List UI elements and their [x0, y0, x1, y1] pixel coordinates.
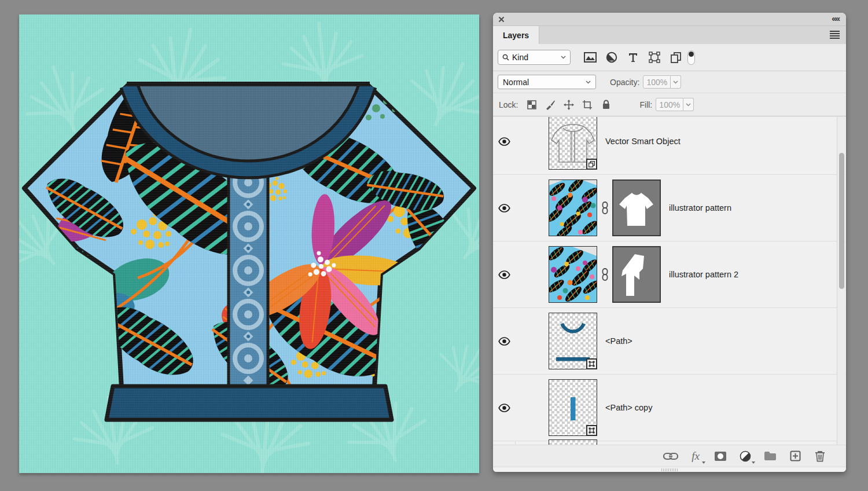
lock-transparency-icon[interactable] — [526, 98, 538, 112]
shape-layer-badge — [586, 425, 597, 436]
layer-thumbnail[interactable] — [549, 117, 597, 170]
layer-name[interactable]: illustrator pattern 2 — [669, 270, 738, 279]
fill-label: Fill: — [639, 100, 652, 109]
tab-layers-label: Layers — [503, 31, 529, 40]
smart-object-badge — [586, 159, 597, 170]
type-layers-filter-icon[interactable] — [626, 50, 640, 64]
panel-titlebar[interactable]: «« — [493, 13, 846, 26]
visibility-eye-icon[interactable] — [493, 204, 515, 212]
opacity-dropdown[interactable] — [671, 75, 681, 89]
lock-pixels-icon[interactable] — [545, 98, 556, 112]
close-icon[interactable] — [498, 16, 505, 23]
lock-artboard-icon[interactable] — [582, 98, 593, 112]
lock-position-icon[interactable] — [563, 98, 575, 112]
filter-row: Kind — [493, 44, 846, 71]
visibility-eye-icon[interactable] — [493, 137, 515, 146]
chevron-down-icon — [686, 103, 691, 107]
scrollbar-track[interactable] — [837, 117, 845, 445]
panel-menu-icon[interactable] — [830, 31, 840, 40]
layer-style-fx-icon[interactable]: fx — [688, 449, 703, 464]
layer-row-vector-smart-object[interactable]: Vector Smart Object — [493, 117, 846, 175]
layer-mask-thumbnail[interactable] — [612, 246, 661, 303]
layer-name[interactable]: illustrator pattern — [669, 203, 731, 212]
visibility-eye-icon[interactable] — [493, 270, 515, 279]
new-layer-icon[interactable] — [788, 449, 803, 464]
add-layer-mask-icon[interactable] — [713, 449, 728, 464]
layer-row-illustrator-pattern-2[interactable]: illustrator pattern 2 — [493, 241, 846, 308]
layer-mask-thumbnail[interactable] — [612, 179, 661, 236]
partial-layer-thumbnail[interactable] — [549, 439, 597, 445]
chevron-down-icon — [673, 80, 678, 84]
tab-strip: Layers — [493, 26, 846, 44]
blend-mode-select[interactable]: Normal — [498, 75, 596, 89]
shape-layers-filter-icon[interactable] — [648, 50, 661, 64]
layer-thumbnail[interactable] — [549, 313, 597, 369]
delete-layer-icon[interactable] — [812, 449, 827, 464]
new-group-icon[interactable] — [763, 449, 778, 464]
opacity-value[interactable]: 100% — [643, 75, 671, 89]
filter-toggle[interactable] — [687, 50, 695, 65]
mask-link-icon[interactable] — [597, 201, 612, 214]
layer-thumbnail[interactable] — [549, 246, 597, 303]
lock-label: Lock: — [499, 100, 518, 109]
pixel-layers-filter-icon[interactable] — [583, 50, 597, 64]
opacity-label: Opacity: — [610, 78, 639, 87]
layer-row-path[interactable]: <Path> — [493, 308, 846, 375]
adjustment-layer-icon[interactable] — [738, 449, 753, 464]
lock-all-icon[interactable] — [600, 98, 612, 112]
layer-thumbnail[interactable] — [549, 379, 597, 436]
lock-row: Lock: Fill: 100% — [493, 93, 846, 116]
visibility-eye-icon[interactable] — [493, 337, 515, 346]
blend-mode-row: Normal Opacity: 100% — [493, 71, 846, 93]
layer-name[interactable]: <Path> — [605, 336, 632, 346]
fill-dropdown[interactable] — [683, 98, 694, 111]
layer-thumbnail[interactable] — [549, 179, 597, 236]
layer-row-path-copy[interactable]: <Path> copy — [493, 375, 846, 441]
layer-name[interactable]: Vector Smart Object — [605, 137, 681, 146]
kind-filter-label: Kind — [512, 53, 558, 62]
visibility-eye-icon[interactable] — [493, 404, 515, 412]
tab-layers[interactable]: Layers — [493, 26, 539, 44]
layer-row-illustrator-pattern[interactable]: illustrator pattern — [493, 175, 846, 241]
tropical-pattern-thumb — [549, 180, 597, 236]
scrollbar-thumb[interactable] — [839, 153, 844, 289]
fill-value[interactable]: 100% — [656, 98, 683, 111]
link-layers-icon[interactable] — [663, 449, 678, 464]
sleeve-mask-silhouette — [613, 247, 660, 302]
panel-resize-strip[interactable] — [493, 467, 846, 472]
tshirt-artwork — [19, 14, 479, 473]
document-canvas[interactable] — [19, 14, 479, 473]
chevron-down-icon — [561, 56, 566, 59]
smart-objects-filter-icon[interactable] — [669, 50, 683, 64]
kind-filter-dropdown[interactable]: Kind — [498, 50, 571, 65]
tshirt-mask-silhouette — [613, 181, 660, 235]
shape-layer-badge — [586, 358, 597, 369]
layer-list: Vector Smart Object — [493, 117, 846, 445]
collapse-panel-icon[interactable]: «« — [832, 13, 839, 23]
mask-link-icon[interactable] — [597, 268, 612, 281]
resize-grip[interactable] — [661, 468, 678, 471]
blend-mode-value: Normal — [503, 78, 586, 87]
search-icon — [502, 54, 509, 61]
panel-footer: fx — [493, 445, 846, 467]
layers-panel: «« Layers Kind — [493, 13, 846, 472]
layer-name[interactable]: <Path> copy — [605, 403, 652, 412]
adjustment-layers-filter-icon[interactable] — [605, 50, 619, 64]
tropical-pattern-thumb — [549, 247, 597, 302]
chevron-down-icon — [586, 80, 591, 84]
